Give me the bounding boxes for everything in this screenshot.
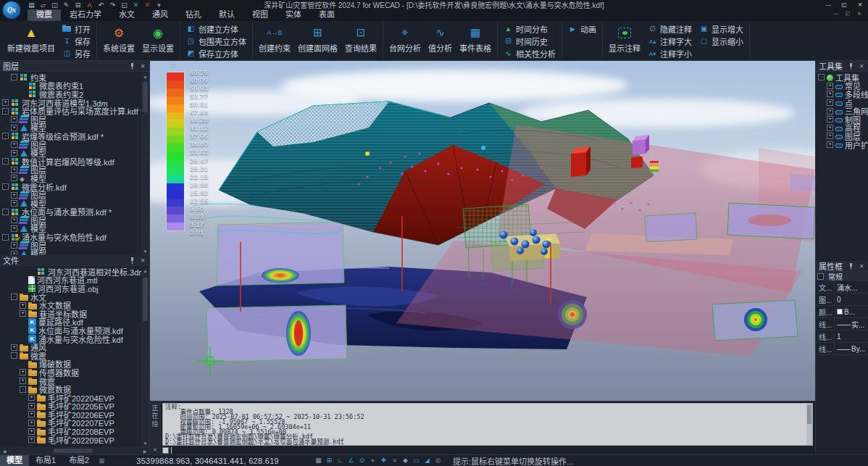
command-output[interactable]: 注释: 事件点数量: 1328 时间范围: 2025-07-01 06:57:5… [162,403,813,446]
scroll-right-icon[interactable]: ▶ [141,449,149,454]
tree-item[interactable]: +涌水量与突水危险性.kdf [0,335,149,344]
expand-toggle-icon[interactable]: + [20,369,26,375]
close-teal-icon[interactable]: ✕ [130,1,141,9]
ribbon-button-新建微震项目[interactable]: ▲新建微震项目 [4,22,59,55]
ribbon-button-创建约束[interactable]: A→B创建约束 [255,22,294,55]
expand-toggle-icon[interactable]: - [2,234,9,241]
ribbon-button-打开[interactable]: 打开 [59,22,94,35]
expand-toggle-icon[interactable]: + [827,116,833,122]
ribbon-button-创建面网格[interactable]: ⊞创建面网格 [294,22,341,55]
transparency-icon[interactable]: ◆ [401,457,410,465]
ribbon-button-值分析[interactable]: ∿值分析 [425,22,456,55]
property-row[interactable]: 线...1 [816,330,868,343]
doc-restore-icon[interactable]: ◱ [842,11,854,17]
layers-scrollbar[interactable]: ▲ ▼ [141,73,149,255]
scroll-up-icon[interactable]: ▲ [141,73,149,80]
edit-file-icon[interactable]: ✎ [61,1,72,9]
open-file-icon[interactable]: ▱ [38,1,49,9]
ribbon-button-查询结果[interactable]: ⊡查询结果 [341,22,380,55]
close-icon[interactable]: ✕ [139,63,146,70]
command-scrollbar[interactable] [806,404,812,445]
ribbon-button-动画[interactable]: ▶动画 [564,22,600,35]
expand-toggle-icon[interactable]: + [827,125,833,131]
scroll-down-icon[interactable]: ▼ [141,248,149,255]
expand-toggle-icon[interactable]: + [28,436,35,443]
expand-toggle-icon[interactable]: + [11,141,17,148]
expand-toggle-icon[interactable]: + [11,125,17,131]
close-icon[interactable]: ✕ [139,257,146,264]
property-row[interactable]: 颜...B... [816,306,868,318]
expand-toggle-icon[interactable]: + [11,344,17,351]
expand-toggle-icon[interactable]: - [2,158,9,165]
layout-tab-布局1[interactable]: 布局1 [29,455,62,466]
app-logo[interactable]: Qx [2,1,21,20]
ribbon-button-系统设置[interactable]: ⚙系统设置 [99,22,138,55]
expand-toggle-icon[interactable]: + [827,91,833,97]
section-plane-upper[interactable] [217,222,344,286]
ribbon-button-保存[interactable]: ↧保存 [59,35,94,47]
tree-item[interactable]: +图层 [0,191,149,199]
tree-item[interactable]: +河西河东巷道.obj [0,284,149,293]
expand-toggle-icon[interactable]: + [11,175,17,181]
toolbar-more-icon[interactable]: ▾ [154,1,164,9]
ribbon-button-隐藏注释[interactable]: ∅隐藏注释 [644,22,696,35]
redo-icon[interactable]: ↷ [107,1,118,9]
files-horizontal-scrollbar[interactable]: ◀ ▶ [0,447,149,454]
dynamic-input-icon[interactable]: ✚ [379,457,388,465]
expand-toggle-icon[interactable]: + [28,420,35,426]
minimize-icon[interactable]: — [820,0,836,9]
tree-item[interactable]: -水位面与涌水量预测.kdf * [0,208,149,217]
polar-icon[interactable]: ∠ [346,457,356,465]
expand-toggle-icon[interactable]: + [20,378,26,384]
expand-toggle-icon[interactable]: + [827,108,833,115]
ribbon-button-创建立方体[interactable]: ◧创建立方体 [183,22,250,35]
pin-icon[interactable] [129,257,135,264]
layout-tab-布局2[interactable]: 布局2 [62,455,96,466]
command-panel-tab[interactable]: 正在绘 ✕ [150,401,161,454]
tree-item[interactable]: +模型 [0,174,149,183]
tree-item[interactable]: +模型 [0,249,149,255]
selection-cycle-icon[interactable]: ▭ [412,457,421,465]
expand-toggle-icon[interactable]: - [2,133,9,139]
expand-toggle-icon[interactable]: - [2,183,9,190]
property-value[interactable]: ——实... [835,319,868,330]
property-value[interactable]: 涌水... [835,282,868,293]
ribbon-button-显示设置[interactable]: ◉显示设置 [138,22,178,55]
expand-toggle-icon[interactable]: - [20,386,26,393]
new-file-icon[interactable]: ▤ [26,1,37,9]
pin-icon[interactable] [129,63,135,70]
scroll-left-icon[interactable]: ◀ [0,449,9,454]
property-row[interactable]: 线...——实... [816,318,868,330]
property-value[interactable]: 0 [835,296,868,304]
expand-toggle-icon[interactable]: + [28,394,35,401]
expand-toggle-icon[interactable]: - [11,352,17,359]
expand-toggle-icon[interactable]: + [827,99,833,106]
ribbon-button-时间历史[interactable]: ⊟时间历史 [500,35,559,47]
lineweight-icon[interactable]: ≡ [390,457,399,465]
pin-icon[interactable] [848,263,854,270]
property-row[interactable]: 文...涌水... [816,281,868,294]
layout-tab-模型[interactable]: 模型 [0,455,29,466]
expand-toggle-icon[interactable]: - [2,209,9,215]
ortho-icon[interactable]: ∟ [335,457,345,465]
doc-minimize-icon[interactable]: — [830,11,842,17]
tree-item[interactable]: -岩爆等级综合预测.kdf * [0,132,149,141]
expand-toggle-icon[interactable]: + [11,225,17,232]
expand-toggle-icon[interactable]: + [28,411,35,417]
expand-toggle-icon[interactable]: - [11,294,17,300]
annotation-scale-icon[interactable]: ◢ [422,457,432,465]
expand-toggle-icon[interactable]: + [11,167,17,173]
expand-toggle-icon[interactable]: + [28,428,35,435]
tree-item[interactable]: -微震 [0,351,149,360]
tree-item[interactable]: +传感器数据 [0,368,149,377]
scroll-down-icon[interactable]: ▼ [141,440,149,447]
ribbon-button-包围壳立方体[interactable]: ◳包围壳立方体 [183,35,250,47]
expand-toggle-icon[interactable]: - [818,74,825,80]
tree-item[interactable]: +用户扩展 [816,141,868,149]
expand-toggle-icon[interactable]: + [827,133,833,139]
viewport-box-icon[interactable]: ◱ [119,1,130,9]
property-value[interactable]: 1 [835,333,868,341]
expand-toggle-icon[interactable]: - [2,108,9,115]
doc-close-icon[interactable]: ✕ [854,11,865,17]
grid-icon[interactable]: ⊞ [325,457,334,465]
